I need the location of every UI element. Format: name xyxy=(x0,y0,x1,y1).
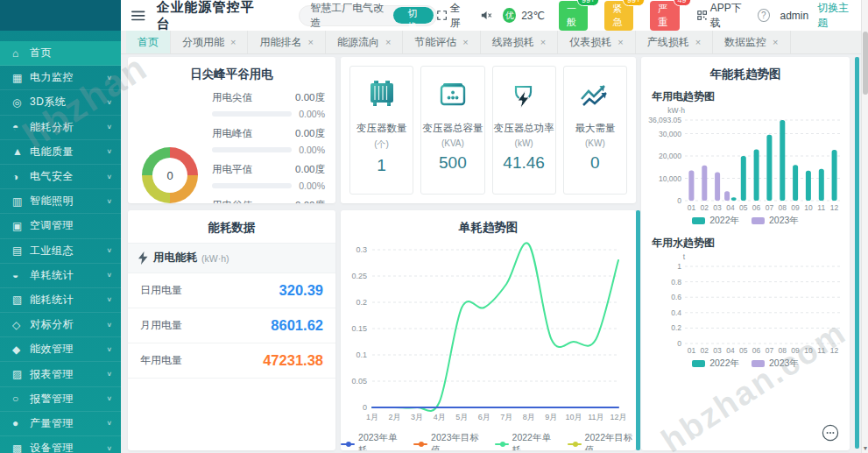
air-quality-badge: 优 xyxy=(503,8,516,23)
chevron-down-icon: ∨ xyxy=(106,420,112,427)
legend-2023年单耗[interactable]: 2023年单耗 xyxy=(341,432,401,450)
peak-row-line: 用电谷值0.00度 xyxy=(212,199,325,203)
menu-collapse-icon[interactable] xyxy=(131,10,145,22)
help-icon[interactable]: ? xyxy=(758,9,769,22)
energy-row-label: 日用电量 xyxy=(140,283,182,298)
legend-2022年[interactable]: 2022年 xyxy=(692,215,739,227)
power-quality-icon: ▲ xyxy=(12,145,30,158)
annual-energy-trend-panel: 年能耗趋势图 年用电趋势图 kW·h36,093.0530,00020,0001… xyxy=(641,57,850,450)
electricity-legend: 2022年2023年 xyxy=(641,215,850,227)
chevron-down-icon: ∨ xyxy=(106,346,112,353)
right-panel-scrollbar-thumb[interactable] xyxy=(855,57,859,449)
legend-2023年目标值[interactable]: 2023年目标值 xyxy=(413,432,482,450)
sidebar-item-hvac[interactable]: ▣空调管理 xyxy=(0,214,121,238)
section-unit: (kW·h) xyxy=(201,253,229,264)
tab-close-icon[interactable]: × xyxy=(617,37,623,47)
chat-bubble-icon[interactable] xyxy=(822,424,839,442)
fullscreen-label: 全屏 xyxy=(450,1,469,31)
fullscreen-button[interactable]: 全屏 xyxy=(437,1,469,31)
tab-线路损耗[interactable]: 线路损耗× xyxy=(481,31,558,53)
tab-产线损耗[interactable]: 产线损耗× xyxy=(636,31,713,53)
chevron-down-icon: ∨ xyxy=(106,99,112,106)
tab-close-icon[interactable]: × xyxy=(773,37,778,47)
stat-unit: (KVA) xyxy=(441,138,464,148)
svg-text:3月: 3月 xyxy=(411,413,423,421)
energy-row-value: 320.39 xyxy=(279,282,323,299)
project-name: 智慧工厂电气改造 xyxy=(310,1,385,31)
tab-close-icon[interactable]: × xyxy=(385,37,391,47)
sidebar-item-label: 设备管理 xyxy=(30,441,106,453)
alarm-count-badge: 99+ xyxy=(623,0,645,6)
tab-label: 首页 xyxy=(138,35,159,50)
sidebar-item-power-quality[interactable]: ▲电能质量∨ xyxy=(0,140,121,165)
legend-line-marker xyxy=(568,443,582,445)
sidebar-item-energy-analysis[interactable]: ◓能耗分析∨ xyxy=(0,116,121,140)
sidebar-item-efficiency-mgmt[interactable]: ◆能效管理∨ xyxy=(0,337,121,362)
stat-value: 0 xyxy=(590,153,600,173)
energy-data-title: 能耗数据 xyxy=(128,210,335,241)
username[interactable]: admin xyxy=(780,10,809,22)
tab-能源流向[interactable]: 能源流向× xyxy=(326,31,403,53)
tab-首页[interactable]: 首页 xyxy=(126,31,171,53)
sidebar-item-power-monitor[interactable]: ▦电力监控∨ xyxy=(0,66,121,90)
sidebar-item-output-mgmt[interactable]: ●产量管理∨ xyxy=(0,412,121,436)
legend-2023年[interactable]: 2023年 xyxy=(752,215,799,227)
tab-close-icon[interactable]: × xyxy=(540,37,546,47)
report-mgmt-icon: ▨ xyxy=(12,368,30,380)
svg-text:0: 0 xyxy=(363,403,367,412)
legend-2022年目标值[interactable]: 2022年目标值 xyxy=(568,432,636,450)
page-scrollbar-thumb[interactable] xyxy=(863,32,868,95)
sidebar-item-benchmark-analysis[interactable]: ◇对标分析∨ xyxy=(0,313,121,337)
electricity-consumption-section: 用电能耗 (kW·h) xyxy=(128,243,335,273)
scrollbar-down-arrow[interactable]: ▼ xyxy=(862,445,868,451)
peak-row-line: 用电尖值0.00度 xyxy=(212,91,325,104)
tab-分项用能[interactable]: 分项用能× xyxy=(171,31,248,53)
alarm-badge-严重[interactable]: 严重49 xyxy=(650,1,679,31)
peak-row-label: 用电峰值 xyxy=(212,127,252,140)
sidebar-item-device-mgmt[interactable]: ▩设备管理∨ xyxy=(0,436,121,453)
legend-label: 2022年 xyxy=(709,357,739,370)
tab-数据监控[interactable]: 数据监控× xyxy=(713,31,790,53)
tab-用能排名[interactable]: 用能排名× xyxy=(248,31,325,53)
sidebar-item-smart-lighting[interactable]: ▥智能照明∨ xyxy=(0,189,121,214)
legend-2022年[interactable]: 2022年 xyxy=(692,357,739,370)
alarm-badge-一般[interactable]: 一般99+ xyxy=(559,1,588,31)
sidebar-item-label: 报警管理 xyxy=(30,392,106,407)
sidebar-item-home[interactable]: ⌂首页 xyxy=(0,41,121,66)
svg-text:1: 1 xyxy=(677,262,681,271)
center-scrollbar-thumb[interactable] xyxy=(636,210,640,450)
page-scrollbar[interactable]: ▼ xyxy=(861,0,868,453)
app-download-button[interactable]: APP下载 xyxy=(697,1,747,31)
annual-electricity-label: 年用电趋势图 xyxy=(641,88,850,104)
tab-节能评估[interactable]: 节能评估× xyxy=(403,31,480,53)
legend-2023年[interactable]: 2023年 xyxy=(752,357,799,370)
mute-icon[interactable] xyxy=(481,10,492,21)
project-selector[interactable]: 智慧工厂电气改造 切换 xyxy=(299,5,436,26)
sidebar-item-energy-stats[interactable]: ▧能耗统计∨ xyxy=(0,288,121,313)
sidebar-item-report-mgmt[interactable]: ▨报表管理∨ xyxy=(0,362,121,386)
tab-close-icon[interactable]: × xyxy=(307,37,313,47)
sidebar-item-alarm-mgmt[interactable]: ○报警管理∨ xyxy=(0,387,121,412)
alarm-badge-紧急[interactable]: 紧急99+ xyxy=(604,1,633,31)
svg-text:0.25: 0.25 xyxy=(351,272,367,280)
stat-label: 变压器数量 xyxy=(356,122,407,135)
legend-2022年单耗[interactable]: 2022年单耗 xyxy=(495,432,555,450)
switch-theme-link[interactable]: 切换主题 xyxy=(817,1,854,31)
tab-close-icon[interactable]: × xyxy=(695,37,701,47)
legend-label: 2023年 xyxy=(769,357,799,370)
sidebar-item-three-d-system[interactable]: ◎3D系统∨ xyxy=(0,90,121,115)
tab-close-icon[interactable]: × xyxy=(230,37,236,47)
tab-close-icon[interactable]: × xyxy=(462,37,468,47)
tab-label: 节能评估 xyxy=(414,35,456,50)
legend-bar-marker xyxy=(752,360,765,367)
switch-project-button[interactable]: 切换 xyxy=(393,7,433,24)
sidebar-item-electrical-safety[interactable]: ◑电气安全∨ xyxy=(0,165,121,189)
top-bar: 企业能源管控平台 智慧工厂电气改造 切换 全屏 优 23℃ 一般99+紧急99+… xyxy=(121,0,868,31)
sidebar-item-industrial-scada[interactable]: ▤工业组态∨ xyxy=(0,239,121,264)
energy-row-value: 8601.62 xyxy=(271,317,323,334)
energy-row-年用电量: 年用电量47231.38 xyxy=(128,343,335,379)
sidebar-item-label: 能耗分析 xyxy=(30,120,106,135)
tab-仪表损耗[interactable]: 仪表损耗× xyxy=(558,31,635,53)
unit-consumption-line-chart: 00.050.10.150.20.250.31月2月3月4月5月6月7月8月9月… xyxy=(341,241,631,427)
sidebar-item-unit-consumption[interactable]: ◒单耗统计∨ xyxy=(0,264,121,288)
